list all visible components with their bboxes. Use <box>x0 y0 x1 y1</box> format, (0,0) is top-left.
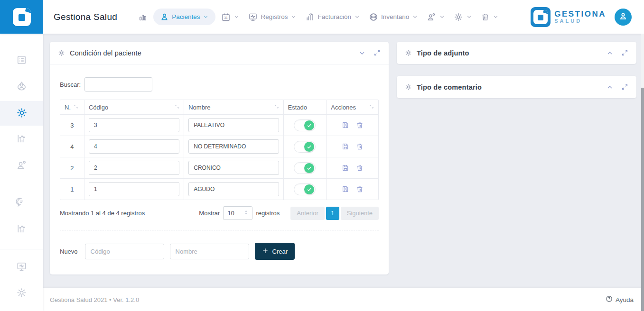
menu-inventario[interactable]: Inventario <box>366 9 421 25</box>
table-row: 4 <box>60 136 378 157</box>
estado-toggle[interactable] <box>294 119 316 131</box>
panel-tipo-adjunto: Tipo de adjunto <box>397 42 636 64</box>
sidebar-item-comments[interactable] <box>0 191 43 215</box>
gear-icon <box>454 12 463 22</box>
chart-stats-icon <box>16 223 27 236</box>
brand-logo: GESTIONA SALUD <box>531 7 606 27</box>
codigo-input[interactable] <box>89 139 179 154</box>
expand-icon[interactable] <box>621 49 628 56</box>
footer: Gestiona Salud 2021 • Ver. 1.2.0 Ayuda <box>43 288 644 311</box>
user-avatar[interactable] <box>615 9 632 26</box>
menu-facturacion-label: Facturación <box>317 13 351 20</box>
help-link[interactable]: Ayuda <box>606 295 634 304</box>
mostrar-label: Mostrar <box>199 210 220 217</box>
estado-toggle[interactable] <box>294 183 316 195</box>
sidebar-item-users-admin[interactable] <box>0 154 43 178</box>
search-input[interactable] <box>84 77 152 91</box>
col-acciones[interactable]: Acciones <box>326 100 378 114</box>
expand-chevron-icon[interactable] <box>606 83 614 91</box>
menu-registros[interactable]: Registros <box>245 9 299 25</box>
stats-menu-button[interactable] <box>135 9 150 25</box>
footer-copyright: Gestiona Salud 2021 • Ver. 1.2.0 <box>50 296 139 303</box>
col-estado[interactable]: Estado <box>283 100 327 114</box>
collapse-chevron-icon[interactable] <box>358 49 366 57</box>
bar-chart-icon <box>138 12 148 22</box>
app-logo[interactable] <box>0 0 43 34</box>
person-icon <box>618 11 628 22</box>
page-size-select[interactable]: 10 <box>223 206 252 220</box>
app-screen: Gestiona Salud Pacientes 31 Registros <box>0 0 644 311</box>
left-sidebar <box>0 34 43 311</box>
menu-pacientes[interactable]: Pacientes <box>153 9 215 25</box>
nuevo-nombre-input[interactable] <box>170 244 249 259</box>
delete-button[interactable] <box>356 164 364 172</box>
save-button[interactable] <box>342 143 349 150</box>
expand-icon[interactable] <box>373 49 381 56</box>
sidebar-item-forms[interactable] <box>0 48 43 73</box>
select-spinner-icon <box>244 210 248 217</box>
nuevo-codigo-input[interactable] <box>85 244 164 259</box>
chevron-down-icon <box>233 14 240 20</box>
pagination-info: Mostrando 1 al 4 de 4 registros <box>60 210 145 217</box>
estado-toggle[interactable] <box>294 141 316 153</box>
expand-chevron-icon[interactable] <box>606 49 614 57</box>
prev-page-button[interactable]: Anterior <box>290 207 325 220</box>
crear-button[interactable]: Crear <box>255 243 295 260</box>
menu-trash[interactable] <box>478 9 502 25</box>
svg-text:31: 31 <box>224 16 228 19</box>
monitor-pulse-icon <box>248 12 258 22</box>
menu-settings[interactable] <box>451 9 475 25</box>
dashed-divider <box>60 230 379 230</box>
table-row: 1 <box>60 178 378 200</box>
save-button[interactable] <box>342 185 349 193</box>
delete-button[interactable] <box>356 143 364 150</box>
nombre-input[interactable] <box>188 118 279 132</box>
sidebar-item-settings[interactable] <box>0 101 43 126</box>
nombre-input[interactable] <box>188 182 279 196</box>
scrollbar-thumb[interactable] <box>641 88 644 311</box>
nombre-input[interactable] <box>188 161 279 175</box>
sidebar-item-stats[interactable] <box>0 127 43 152</box>
chevron-down-icon <box>354 14 360 20</box>
expand-icon[interactable] <box>621 83 628 91</box>
codigo-input[interactable] <box>89 118 179 132</box>
menu-user-admin[interactable] <box>424 9 448 25</box>
save-button[interactable] <box>342 121 349 129</box>
col-n[interactable]: N. <box>60 100 84 114</box>
sort-icon <box>74 104 78 111</box>
table-row: 2 <box>60 157 378 178</box>
nombre-input[interactable] <box>188 139 279 154</box>
trash-icon <box>481 12 490 21</box>
top-navbar: Gestiona Salud Pacientes 31 Registros <box>0 0 644 34</box>
codigo-input[interactable] <box>89 182 179 196</box>
next-page-button[interactable]: Siguiente <box>341 207 379 220</box>
menu-registros-label: Registros <box>261 13 288 20</box>
current-page-button[interactable]: 1 <box>326 207 339 220</box>
menu-facturacion[interactable]: Facturación <box>302 9 363 25</box>
table-header-row: N. Código Nombre Estado Acciones <box>60 100 378 114</box>
estado-toggle[interactable] <box>294 162 316 174</box>
calendar-icon: 31 <box>221 12 231 22</box>
sidebar-item-reports[interactable] <box>0 217 43 242</box>
vertical-scrollbar[interactable] <box>641 34 644 311</box>
delete-button[interactable] <box>356 121 364 129</box>
menu-calendar[interactable]: 31 <box>218 9 243 25</box>
sidebar-item-config[interactable] <box>0 281 43 306</box>
sidebar-item-monitor[interactable] <box>0 255 43 280</box>
delete-button[interactable] <box>356 185 364 193</box>
brand-subtitle: SALUD <box>554 18 606 24</box>
col-nombre[interactable]: Nombre <box>184 100 283 114</box>
nuevo-label: Nuevo <box>60 248 78 255</box>
col-codigo[interactable]: Código <box>84 100 184 114</box>
sort-icon <box>175 104 179 111</box>
nuevo-row: Nuevo Crear <box>60 243 379 260</box>
toggle-check-icon <box>304 184 314 194</box>
save-button[interactable] <box>342 164 349 172</box>
codigo-input[interactable] <box>89 161 179 175</box>
person-gear-icon <box>427 12 436 22</box>
panel-tipo-comentario: Tipo de comentario <box>397 76 636 98</box>
panel-header: Condición del paciente <box>50 42 389 64</box>
sidebar-item-pacientes[interactable] <box>0 74 43 99</box>
sphere-icon <box>369 12 378 22</box>
navbar-right: GESTIONA SALUD <box>531 7 644 27</box>
